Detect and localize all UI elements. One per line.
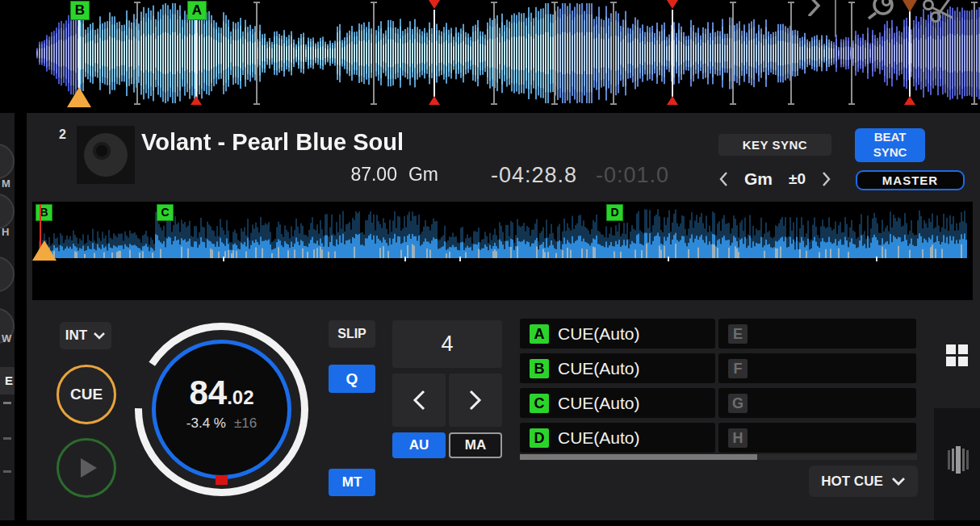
dj-deck-2: BA M H W E 2 Volant - Pear: [0, 0, 980, 526]
track-key: Gm: [408, 164, 438, 185]
hot-cue-slot-e[interactable]: E: [718, 319, 916, 349]
beat-grid-line: [851, 2, 852, 105]
mixer-knob[interactable]: [0, 257, 15, 292]
key-sync-button[interactable]: KEY SYNC: [718, 134, 831, 156]
play-source-dropdown[interactable]: INT: [60, 322, 111, 349]
beat-grid-line: [136, 2, 138, 105]
auto-beat-jump-button[interactable]: AU: [392, 432, 446, 458]
minute-tick: [668, 257, 669, 261]
overview-cue-marker-c[interactable]: C: [157, 204, 174, 221]
current-cue-icon[interactable]: [67, 87, 91, 107]
jog-bpm-int: 84: [189, 374, 227, 411]
hot-cue-label: CUE(Auto): [558, 359, 640, 378]
overview-cue-marker-d[interactable]: D: [606, 204, 623, 221]
bpm-key-readout: 87.00Gm: [141, 164, 438, 186]
hot-cue-slot-h[interactable]: H: [718, 423, 916, 453]
track-title: Volant - Pearl Blue Soul: [141, 129, 404, 156]
cue-button[interactable]: CUE: [57, 365, 116, 424]
key-next-icon[interactable]: [822, 171, 831, 187]
overview-cue-marker-b[interactable]: B: [36, 204, 52, 221]
hot-cue-badge: D: [530, 428, 549, 448]
chevron-left-icon: [412, 389, 426, 411]
quantize-button[interactable]: Q: [329, 365, 375, 393]
scissors-icon[interactable]: [922, 0, 954, 24]
hot-cue-scrollbar-thumb[interactable]: [520, 454, 757, 460]
pad-mode-dropdown[interactable]: HOT CUE: [809, 465, 918, 497]
play-source-label: INT: [65, 328, 87, 344]
hot-cue-slot-a[interactable]: A CUE(Auto): [520, 319, 715, 349]
beat-grid-line: [613, 2, 614, 105]
fader-mark: [3, 470, 11, 473]
mixer-knob[interactable]: [0, 144, 15, 179]
headphone-cue-button[interactable]: E: [0, 367, 15, 394]
loop-icon[interactable]: [865, 0, 898, 19]
minute-tick: [404, 257, 406, 261]
hot-cue-marker-b[interactable]: B: [70, 1, 90, 20]
jog-bpm-readout: 84.02: [132, 374, 311, 412]
beat-grid-line: [554, 2, 555, 105]
memory-cue-top-icon[interactable]: [667, 0, 678, 9]
grid-icon[interactable]: [946, 344, 968, 366]
record-hole: [93, 142, 111, 160]
track-bpm: 87.00: [350, 164, 397, 185]
mixer-knob[interactable]: [0, 194, 15, 229]
fader-mark: [3, 437, 11, 440]
loop-marker-icon[interactable]: [903, 0, 917, 12]
manual-beat-jump-button[interactable]: MA: [449, 432, 502, 458]
hot-cue-label: CUE(Auto): [558, 428, 640, 448]
slip-button[interactable]: SLIP: [329, 320, 375, 348]
key-shift: ±0: [789, 170, 806, 188]
play-icon: [81, 458, 97, 478]
knob-label: H: [2, 226, 9, 238]
detailed-waveform-strip: BA: [0, 0, 980, 109]
beat-grid-line: [974, 2, 975, 105]
detailed-waveform-canvas[interactable]: [0, 0, 980, 109]
toolbar-divider: [835, 0, 836, 37]
hot-cue-badge: G: [728, 394, 748, 413]
hot-cue-badge: F: [728, 359, 748, 378]
beat-grid-line: [790, 2, 792, 105]
hot-cue-marker-a[interactable]: A: [187, 1, 207, 20]
hot-cue-slot-f[interactable]: F: [718, 353, 916, 383]
beat-grid-line: [373, 2, 375, 105]
cue-marker-line[interactable]: [909, 10, 911, 97]
hot-cue-badge: B: [530, 359, 549, 378]
memory-cue-top-icon[interactable]: [429, 0, 440, 9]
waveform-bars-icon[interactable]: [945, 445, 971, 475]
memory-cue-bottom-icon[interactable]: [191, 96, 202, 105]
hot-cue-slot-d[interactable]: D CUE(Auto): [520, 423, 715, 453]
hot-cue-label: CUE(Auto): [558, 394, 640, 413]
pad-mode-label: HOT CUE: [821, 474, 883, 490]
time-offset: -0:01.0: [596, 163, 669, 188]
master-button[interactable]: MASTER: [856, 170, 965, 190]
chevron-right-icon[interactable]: [806, 0, 823, 16]
beat-jump-back-button[interactable]: [392, 374, 446, 427]
beat-sync-button[interactable]: BEAT SYNC: [855, 128, 925, 162]
master-tempo-button[interactable]: MT: [329, 469, 375, 496]
cue-marker-line[interactable]: [78, 19, 80, 90]
fader-mark: [3, 402, 11, 404]
knob-label: M: [2, 177, 10, 190]
deck-number: 2: [59, 127, 66, 142]
hot-cue-badge: H: [728, 428, 748, 448]
beat-jump-forward-button[interactable]: [449, 374, 502, 427]
hot-cue-slot-c[interactable]: C CUE(Auto): [520, 388, 715, 418]
mixer-channel-strip: M H W E: [0, 113, 15, 520]
cue-marker-line[interactable]: [672, 10, 673, 97]
hot-cue-slot-g[interactable]: G: [718, 388, 916, 418]
chevron-down-icon: [891, 477, 906, 486]
cue-marker-line[interactable]: [433, 10, 435, 97]
hot-cue-slot-b[interactable]: B CUE(Auto): [520, 353, 715, 383]
cue-marker-line[interactable]: [195, 19, 197, 97]
key-prev-icon[interactable]: [718, 171, 728, 187]
memory-cue-bottom-icon[interactable]: [667, 96, 678, 105]
beat-grid-line: [256, 2, 258, 105]
jog-bpm-frac: .02: [227, 386, 253, 408]
memory-cue-bottom-icon[interactable]: [904, 96, 915, 105]
overview-cue-icon[interactable]: [32, 240, 57, 261]
jog-wheel[interactable]: 84.02 -3.4 %±16: [132, 320, 311, 499]
memory-cue-bottom-icon[interactable]: [429, 96, 440, 105]
play-button[interactable]: [57, 438, 116, 498]
album-art: [77, 126, 135, 184]
beat-grid-line: [493, 2, 495, 105]
